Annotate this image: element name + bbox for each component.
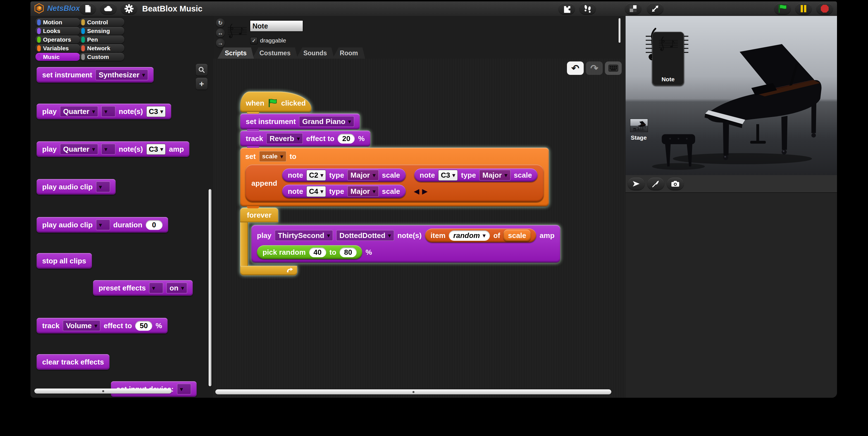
block-when-flag-clicked[interactable]: when clicked	[240, 92, 311, 112]
block-item-of[interactable]: item random▾ of scale	[425, 228, 536, 243]
green-flag-button[interactable]	[774, 3, 790, 14]
pitch-dropdown[interactable]: C3▾	[438, 170, 458, 181]
dropdown-arrow-icon: ▾	[142, 72, 145, 77]
variable-dropdown[interactable]: scale▾	[259, 151, 286, 162]
keyboard-entry-button[interactable]	[605, 61, 622, 75]
stop-button[interactable]	[816, 3, 833, 14]
block-track-effect[interactable]: track Reverb▾ effect to 20 %	[240, 131, 370, 146]
steps-button[interactable]	[580, 3, 596, 14]
clip-dropdown[interactable]: ▾	[96, 220, 110, 230]
category-control[interactable]: Control	[80, 18, 124, 26]
layout-toggle-button[interactable]	[625, 3, 641, 14]
block-forever[interactable]: forever play ThirtySecond▾ DottedDotted▾…	[240, 208, 560, 275]
index-dropdown[interactable]: random▾	[449, 230, 490, 241]
settings-button[interactable]	[121, 3, 137, 14]
category-custom[interactable]: Custom	[80, 53, 124, 61]
instrument-dropdown[interactable]: Synthesizer▾	[95, 69, 148, 80]
search-blocks-button[interactable]	[196, 64, 208, 76]
max-input[interactable]: 80	[340, 247, 356, 257]
vararg-arrows-icon[interactable]: ◀ ▶	[414, 187, 537, 195]
category-motion[interactable]: Motion	[35, 18, 80, 26]
category-looks[interactable]: Looks	[35, 27, 80, 35]
pitch-dropdown[interactable]: C3▾	[146, 106, 165, 117]
make-block-button[interactable]: +	[196, 78, 208, 90]
block-set-variable[interactable]: set scale▾ to append note C2▾ type Major…	[240, 148, 549, 207]
tab-scripts[interactable]: Scripts	[218, 48, 254, 59]
category-variables[interactable]: Variables	[35, 44, 80, 52]
block-play-notes[interactable]: play ThirtySecond▾ DottedDotted▾ note(s)…	[251, 225, 560, 262]
fullscreen-button[interactable]	[647, 3, 663, 14]
scale-type-dropdown[interactable]: Major▾	[479, 170, 510, 181]
track-effect-dropdown[interactable]: Volume▾	[63, 320, 100, 331]
tab-room[interactable]: Room	[333, 48, 365, 59]
effect-value-input[interactable]: 20	[338, 134, 355, 144]
variable-scale[interactable]: scale	[503, 229, 531, 241]
category-music[interactable]: Music	[35, 53, 80, 61]
duration-input[interactable]: 0	[146, 220, 162, 230]
modifier-dropdown[interactable]: DottedDotted▾	[336, 230, 394, 241]
add-sprite-button[interactable]	[628, 178, 645, 190]
script-stack[interactable]: when clicked set instrument Grand Piano▾…	[240, 92, 560, 275]
clip-dropdown[interactable]: ▾	[96, 182, 110, 192]
draggable-checkbox[interactable]: ✓	[250, 37, 257, 44]
pitch-dropdown[interactable]: C4▾	[306, 186, 326, 197]
new-project-button[interactable]	[80, 3, 96, 14]
pause-button[interactable]	[796, 3, 812, 14]
palette-block-play-clip[interactable]: play audio clip ▾	[37, 179, 116, 195]
effect-value-input[interactable]: 50	[135, 321, 152, 331]
rotate-freely-button[interactable]: ↻	[216, 19, 225, 27]
block-set-instrument[interactable]: set instrument Grand Piano▾	[240, 114, 360, 129]
palette-block-preset-effects[interactable]: preset effects ▾ on▾	[93, 280, 193, 296]
modifier-dropdown[interactable]: ▾	[101, 106, 115, 117]
netsblox-logo[interactable]: NetsBlox	[34, 3, 80, 14]
camera-sprite-button[interactable]	[667, 178, 684, 190]
modifier-dropdown[interactable]: ▾	[101, 144, 115, 154]
palette-vertical-scrollbar[interactable]	[209, 189, 211, 386]
palette-block-stop-clips[interactable]: stop all clips	[37, 253, 92, 269]
tab-costumes[interactable]: Costumes	[252, 48, 298, 59]
duration-dropdown[interactable]: ThirtySecond▾	[275, 230, 333, 241]
scripts-horizontal-scrollbar[interactable]	[215, 390, 611, 394]
sprite-corral-item-note[interactable]: Note	[652, 32, 684, 86]
pitch-dropdown[interactable]: C2▾	[306, 170, 326, 181]
min-input[interactable]: 40	[309, 247, 326, 257]
palette-block-clear-effects[interactable]: clear track effects	[37, 354, 110, 370]
scale-type-dropdown[interactable]: Major▾	[347, 186, 378, 197]
block-append[interactable]: append note C2▾ type Major▾ scale note	[245, 164, 544, 202]
pitch-dropdown[interactable]: C3▾	[146, 144, 165, 155]
block-note-c4[interactable]: note C4▾ type Major▾ scale	[282, 185, 405, 198]
duration-dropdown[interactable]: Quarter▾	[60, 144, 98, 154]
instrument-dropdown[interactable]: Grand Piano▾	[299, 116, 354, 127]
palette-block-track-effect[interactable]: track Volume▾ effect to 50 %	[37, 318, 167, 334]
category-operators[interactable]: Operators	[35, 35, 80, 43]
duration-dropdown[interactable]: Quarter▾	[60, 106, 98, 117]
block-note-c3[interactable]: note C3▾ type Major▾ scale	[414, 168, 537, 182]
rotate-leftright-button[interactable]: ↔	[216, 29, 225, 37]
sprite-name-input[interactable]	[250, 20, 303, 32]
palette-horizontal-scrollbar[interactable]	[34, 388, 172, 394]
extensions-button[interactable]	[559, 3, 575, 14]
tab-sounds[interactable]: Sounds	[296, 48, 334, 59]
palette-block-play-clip-duration[interactable]: play audio clip ▾ duration 0	[37, 217, 168, 233]
block-pick-random[interactable]: pick random 40 to 80	[257, 245, 362, 259]
palette-block-set-instrument[interactable]: set instrument Synthesizer▾	[37, 67, 154, 83]
category-pen[interactable]: Pen	[80, 35, 124, 43]
block-note-c2[interactable]: note C2▾ type Major▾ scale	[282, 168, 405, 182]
paint-sprite-button[interactable]	[647, 178, 664, 190]
category-sensing[interactable]: Sensing	[80, 27, 124, 35]
track-effect-dropdown[interactable]: Reverb▾	[267, 133, 303, 144]
scripts-canvas[interactable]: ↶ ↷ when clicked	[214, 59, 626, 398]
state-dropdown[interactable]: on▾	[166, 283, 187, 293]
scale-type-dropdown[interactable]: Major▾	[347, 170, 378, 181]
palette-block-play-note-amp[interactable]: play Quarter▾ ▾ note(s) C3▾ amp	[37, 141, 189, 157]
cloud-button[interactable]	[100, 3, 117, 14]
no-rotate-button[interactable]: →	[216, 38, 225, 48]
header-scrollbar[interactable]	[619, 18, 621, 43]
stage-thumbnail[interactable]	[630, 119, 648, 132]
undo-button[interactable]: ↶	[567, 61, 584, 75]
redo-button[interactable]: ↷	[586, 61, 603, 75]
category-network[interactable]: Network	[80, 44, 124, 52]
palette-block-play-note[interactable]: play Quarter▾ ▾ note(s) C3▾	[37, 104, 171, 119]
effect-dropdown[interactable]: ▾	[149, 283, 163, 293]
device-dropdown[interactable]: ▾	[177, 384, 191, 394]
